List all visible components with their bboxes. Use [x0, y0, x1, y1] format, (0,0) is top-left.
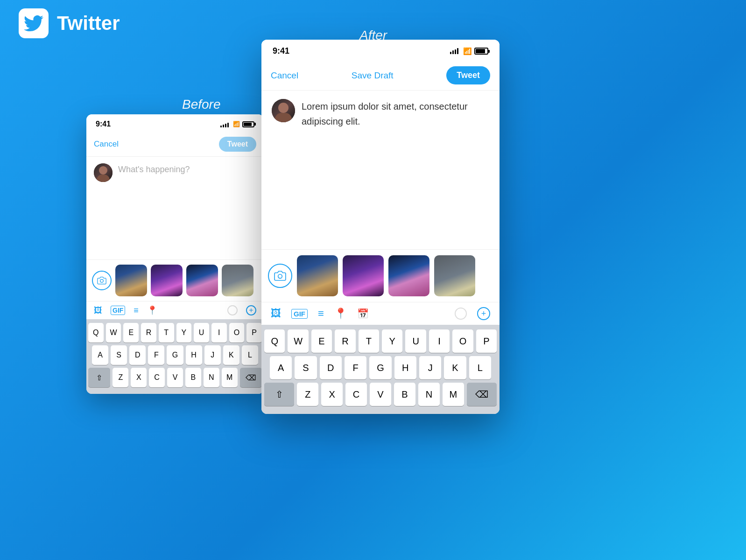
- before-keyboard-row-3: ⇧ Z X C V B N M ⌫: [88, 368, 262, 387]
- key-s[interactable]: S: [111, 345, 127, 365]
- key-q[interactable]: Q: [88, 323, 104, 343]
- key-j[interactable]: J: [204, 345, 221, 365]
- key-w[interactable]: W: [106, 323, 121, 343]
- key-c[interactable]: C: [149, 368, 165, 387]
- key-v[interactable]: V: [167, 368, 183, 387]
- key-delete[interactable]: ⌫: [240, 368, 262, 387]
- after-key-v[interactable]: V: [370, 383, 391, 406]
- key-a[interactable]: A: [92, 345, 108, 365]
- after-list-icon[interactable]: ≡: [318, 308, 324, 320]
- after-key-shift[interactable]: ⇧: [264, 383, 294, 406]
- key-m[interactable]: M: [222, 368, 238, 387]
- after-save-draft-button[interactable]: Save Draft: [352, 70, 394, 81]
- after-photo-4[interactable]: [434, 255, 475, 296]
- after-key-m[interactable]: M: [443, 383, 464, 406]
- after-key-p[interactable]: P: [476, 329, 497, 353]
- after-avatar-image: [272, 99, 295, 122]
- after-key-d[interactable]: D: [320, 356, 342, 379]
- before-photo-4[interactable]: [222, 265, 253, 296]
- after-key-k[interactable]: K: [444, 356, 466, 379]
- key-g[interactable]: G: [167, 345, 183, 365]
- key-i[interactable]: I: [211, 323, 227, 343]
- key-u[interactable]: U: [194, 323, 209, 343]
- twitter-logo: [19, 8, 49, 38]
- after-compose-area: Lorem ipsum dolor sit amet, consectetur …: [261, 91, 500, 249]
- before-image-icon[interactable]: 🖼: [94, 306, 102, 315]
- before-tweet-button[interactable]: Tweet: [219, 137, 256, 152]
- signal-bar-3: [225, 124, 226, 127]
- after-camera-button[interactable]: [268, 264, 292, 288]
- after-key-x[interactable]: X: [321, 383, 343, 406]
- after-key-a[interactable]: A: [270, 356, 292, 379]
- after-key-b[interactable]: B: [394, 383, 415, 406]
- after-compose-text[interactable]: Lorem ipsum dolor sit amet, consectetur …: [302, 99, 489, 241]
- after-key-w[interactable]: W: [288, 329, 308, 353]
- before-add-button[interactable]: +: [246, 305, 256, 315]
- key-y[interactable]: Y: [176, 323, 192, 343]
- after-key-s[interactable]: S: [295, 356, 317, 379]
- after-key-n[interactable]: N: [418, 383, 440, 406]
- after-key-i[interactable]: I: [429, 329, 450, 353]
- after-key-o[interactable]: O: [452, 329, 473, 353]
- key-e[interactable]: E: [123, 323, 139, 343]
- key-shift[interactable]: ⇧: [88, 368, 110, 387]
- after-gif-icon[interactable]: GIF: [291, 309, 308, 319]
- after-key-y[interactable]: Y: [382, 329, 402, 353]
- after-key-z[interactable]: Z: [297, 383, 318, 406]
- before-photo-strip: [86, 259, 264, 301]
- after-photo-2[interactable]: [343, 255, 384, 296]
- after-key-q[interactable]: Q: [264, 329, 285, 353]
- before-camera-button[interactable]: [92, 271, 112, 290]
- label-before: Before: [182, 97, 221, 112]
- before-location-icon[interactable]: 📍: [147, 305, 157, 315]
- after-battery-fill: [476, 49, 485, 53]
- before-photo-1[interactable]: [115, 265, 147, 296]
- after-key-c[interactable]: C: [345, 383, 367, 406]
- before-photo-2[interactable]: [151, 265, 183, 296]
- after-key-l[interactable]: L: [469, 356, 491, 379]
- after-key-g[interactable]: G: [369, 356, 391, 379]
- before-keyboard: Q W E R T Y U I O P A S D F G H J K L ⇧ …: [86, 319, 264, 394]
- signal-bar-1: [220, 126, 222, 127]
- after-key-r[interactable]: R: [335, 329, 355, 353]
- before-photo-3[interactable]: [186, 265, 218, 296]
- after-key-u[interactable]: U: [405, 329, 426, 353]
- before-wifi-icon: 📶: [233, 121, 240, 127]
- after-key-t[interactable]: T: [359, 329, 379, 353]
- key-b[interactable]: B: [185, 368, 201, 387]
- key-h[interactable]: H: [186, 345, 202, 365]
- after-photo-1[interactable]: [297, 255, 338, 296]
- after-add-button[interactable]: +: [477, 307, 490, 320]
- after-cancel-button[interactable]: Cancel: [271, 70, 298, 81]
- key-n[interactable]: N: [204, 368, 219, 387]
- key-d[interactable]: D: [129, 345, 146, 365]
- after-tweet-button[interactable]: Tweet: [446, 66, 490, 84]
- key-l[interactable]: L: [242, 345, 258, 365]
- key-k[interactable]: K: [223, 345, 239, 365]
- after-tweet-text: Lorem ipsum dolor sit amet, consectetur …: [302, 101, 468, 126]
- key-o[interactable]: O: [229, 323, 245, 343]
- after-location-icon[interactable]: 📍: [334, 308, 347, 320]
- key-t[interactable]: T: [159, 323, 174, 343]
- before-keyboard-row-1: Q W E R T Y U I O P: [88, 323, 262, 343]
- after-calendar-icon[interactable]: 📅: [357, 308, 369, 319]
- before-cancel-button[interactable]: Cancel: [94, 140, 119, 149]
- after-key-f[interactable]: F: [345, 356, 366, 379]
- after-key-j[interactable]: J: [419, 356, 441, 379]
- after-status-icons: 📶: [450, 47, 488, 56]
- after-key-delete[interactable]: ⌫: [467, 383, 497, 406]
- before-compose-text[interactable]: What's happening?: [118, 163, 256, 253]
- before-list-icon[interactable]: ≡: [134, 306, 139, 315]
- after-keyboard-row-3: ⇧ Z X C V B N M ⌫: [264, 383, 497, 406]
- before-gif-icon[interactable]: GIF: [111, 306, 125, 315]
- after-key-e[interactable]: E: [311, 329, 332, 353]
- key-p[interactable]: P: [246, 323, 262, 343]
- key-z[interactable]: Z: [113, 368, 128, 387]
- after-key-h[interactable]: H: [394, 356, 416, 379]
- key-r[interactable]: R: [141, 323, 156, 343]
- phone-before: 9:41 📶 Cancel Tweet: [86, 114, 264, 394]
- key-x[interactable]: X: [131, 368, 147, 387]
- after-photo-3[interactable]: [388, 255, 429, 296]
- after-image-icon[interactable]: 🖼: [271, 308, 281, 320]
- key-f[interactable]: F: [148, 345, 164, 365]
